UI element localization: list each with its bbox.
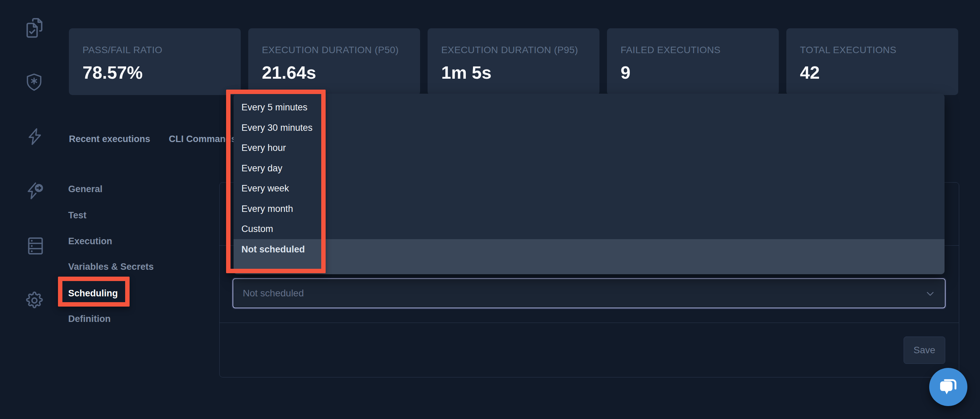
chat-launcher-button[interactable] — [929, 368, 967, 406]
stat-card-duration-p95: EXECUTION DURATION (P95) 1m 5s — [428, 28, 600, 95]
annotation-box-dropdown — [226, 90, 326, 273]
sidebar-item-test-suites[interactable] — [25, 73, 43, 92]
sidebar-item-webhooks[interactable] — [25, 182, 45, 202]
tests-icon — [25, 16, 45, 40]
stat-label: EXECUTION DURATION (P95) — [441, 44, 578, 56]
stat-label: EXECUTION DURATION (P50) — [262, 44, 399, 56]
stat-label: PASS/FAIL RATIO — [83, 44, 162, 56]
sidebar-item-tests[interactable] — [25, 16, 45, 40]
chat-bubbles-icon — [937, 375, 959, 398]
lightning-bolt-arrow-icon — [25, 182, 45, 202]
sidebar-item-settings[interactable] — [25, 291, 44, 310]
stat-card-failed-executions: FAILED EXECUTIONS 9 — [607, 28, 779, 95]
sidebar-item-sources[interactable] — [26, 236, 45, 256]
stats-row: PASS/FAIL RATIO 78.57% EXECUTION DURATIO… — [69, 28, 958, 95]
save-button[interactable]: Save — [904, 336, 945, 364]
scheduling-settings-page: PASS/FAIL RATIO 78.57% EXECUTION DURATIO… — [0, 0, 980, 419]
dropdown-option-every-hour[interactable]: Every hour — [234, 138, 945, 159]
stat-value: 21.64s — [262, 62, 316, 83]
settings-nav-test[interactable]: Test — [68, 210, 87, 221]
stat-value: 1m 5s — [441, 62, 492, 83]
dropdown-option-every-30-minutes[interactable]: Every 30 minutes — [234, 118, 945, 138]
dropdown-option-every-week[interactable]: Every week — [234, 178, 945, 199]
shield-gear-icon — [25, 73, 43, 92]
dropdown-option-every-5-minutes[interactable]: Every 5 minutes — [234, 97, 945, 118]
settings-nav-definition[interactable]: Definition — [68, 314, 110, 324]
settings-nav-variables-secrets[interactable]: Variables & Secrets — [68, 262, 154, 272]
save-button-label: Save — [913, 345, 935, 356]
sidebar-item-triggers[interactable] — [26, 127, 44, 146]
gear-icon — [25, 291, 44, 310]
tab-recent-executions[interactable]: Recent executions — [69, 134, 150, 144]
schedule-select[interactable]: Not scheduled — [232, 278, 945, 308]
settings-nav-execution[interactable]: Execution — [68, 236, 112, 247]
server-stack-icon — [26, 236, 45, 256]
dropdown-option-not-scheduled[interactable]: Not scheduled — [234, 239, 945, 274]
stat-card-pass-fail-ratio: PASS/FAIL RATIO 78.57% — [69, 28, 241, 95]
settings-nav-general[interactable]: General — [68, 184, 103, 195]
panel-footer-divider — [220, 322, 959, 323]
stat-card-duration-p50: EXECUTION DURATION (P50) 21.64s — [248, 28, 420, 95]
chevron-down-icon — [924, 288, 936, 301]
schedule-select-value: Not scheduled — [243, 288, 304, 299]
schedule-dropdown-menu: Every 5 minutes Every 30 minutes Every h… — [234, 94, 945, 274]
stat-value: 78.57% — [83, 62, 143, 83]
stat-card-total-executions: TOTAL EXECUTIONS 42 — [786, 28, 958, 95]
dropdown-option-every-day[interactable]: Every day — [234, 159, 945, 179]
lightning-bolt-icon — [26, 127, 44, 146]
stat-value: 9 — [620, 62, 630, 83]
stat-value: 42 — [800, 62, 820, 83]
dropdown-option-custom[interactable]: Custom — [234, 219, 945, 240]
stat-label: FAILED EXECUTIONS — [620, 44, 721, 56]
annotation-box-scheduling — [58, 276, 130, 306]
stat-label: TOTAL EXECUTIONS — [800, 44, 896, 56]
dropdown-option-every-month[interactable]: Every month — [234, 199, 945, 219]
